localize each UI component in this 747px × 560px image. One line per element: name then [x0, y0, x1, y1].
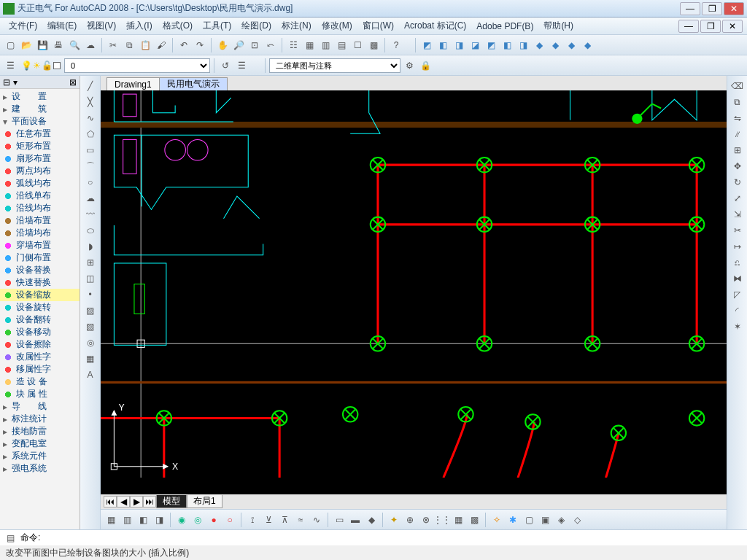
- menu-pdf[interactable]: Adobe PDF(B): [472, 20, 538, 33]
- tree-item[interactable]: 造 设 备: [0, 376, 80, 388]
- bt5-icon[interactable]: ◉: [174, 513, 189, 527]
- menu-insert[interactable]: 插入(I): [122, 18, 156, 34]
- view-sw-icon[interactable]: ◆: [532, 38, 546, 52]
- tree-item[interactable]: 门侧布置: [0, 252, 80, 264]
- layer-on-icon[interactable]: 💡: [21, 61, 32, 71]
- tree-item[interactable]: 快速替换: [0, 276, 80, 289]
- model-tab[interactable]: 模型: [156, 495, 187, 508]
- tree-category[interactable]: ▸设 置: [0, 90, 80, 103]
- view-se-icon[interactable]: ◆: [548, 38, 562, 52]
- tree-category[interactable]: ▸导 线: [0, 400, 80, 413]
- bt13-icon[interactable]: ∿: [309, 513, 324, 527]
- bt28-icon[interactable]: ◇: [570, 513, 584, 527]
- tree-item[interactable]: 设备翻转: [0, 314, 80, 326]
- layer-prev-icon[interactable]: ↺: [218, 58, 233, 73]
- tree-item[interactable]: 沿线均布: [0, 202, 80, 214]
- tree-category[interactable]: ▸强电系统: [0, 462, 80, 475]
- zoom-prev-icon[interactable]: ⤺: [263, 38, 278, 52]
- menu-help[interactable]: 帮助(H): [539, 18, 578, 34]
- panel-collapse-icon[interactable]: ⊟: [3, 77, 10, 88]
- menu-acrobat[interactable]: Acrobat 标记(C): [400, 18, 471, 34]
- view-ne-icon[interactable]: ◆: [564, 38, 578, 52]
- hatch-icon[interactable]: ▨: [82, 303, 98, 318]
- pline-icon[interactable]: ∿: [82, 111, 98, 125]
- pan-icon[interactable]: ✋: [215, 38, 230, 52]
- tree-item[interactable]: 设备缩放: [0, 289, 80, 301]
- view-nw-icon[interactable]: ◆: [580, 38, 595, 52]
- bt21-icon[interactable]: ▦: [451, 513, 465, 527]
- bt22-icon[interactable]: ▩: [467, 513, 481, 527]
- props-icon[interactable]: ☷: [286, 38, 301, 52]
- view-box-icon[interactable]: ◩: [419, 38, 434, 52]
- save-icon[interactable]: 💾: [35, 38, 50, 52]
- trim-icon[interactable]: ✂: [730, 223, 745, 238]
- erase-icon[interactable]: ⌫: [730, 79, 745, 93]
- fillet-icon[interactable]: ◜: [730, 303, 745, 318]
- tab-prev-icon[interactable]: ◀: [117, 496, 130, 508]
- rect-icon[interactable]: ▭: [82, 143, 98, 158]
- menu-dim[interactable]: 标注(N): [277, 18, 316, 34]
- tree-item[interactable]: 改属性字: [0, 351, 80, 363]
- tree-category[interactable]: ▸接地防雷: [0, 425, 80, 438]
- bt2-icon[interactable]: ▥: [120, 513, 134, 527]
- bt24-icon[interactable]: ✱: [506, 513, 520, 527]
- gradient-icon[interactable]: ▧: [82, 319, 98, 334]
- close-button[interactable]: ✕: [724, 2, 744, 15]
- doc-tab-drawing1[interactable]: Drawing1: [107, 77, 160, 90]
- menu-file[interactable]: 文件(F): [4, 18, 42, 34]
- tree-item[interactable]: 两点均布: [0, 165, 80, 177]
- bt17-icon[interactable]: ✦: [387, 513, 401, 527]
- zoom-win-icon[interactable]: ⊡: [247, 38, 262, 52]
- preview-icon[interactable]: 🔍: [67, 38, 82, 52]
- ssm-icon[interactable]: ▤: [334, 38, 349, 52]
- tree-item[interactable]: 任意布置: [0, 128, 80, 140]
- bt18-icon[interactable]: ⊕: [403, 513, 417, 527]
- doc-close-button[interactable]: ✕: [722, 20, 743, 33]
- bt9-icon[interactable]: ⟟: [245, 513, 260, 527]
- xline-icon[interactable]: ╳: [82, 95, 98, 109]
- line-icon[interactable]: ╱: [82, 79, 98, 93]
- paste-icon[interactable]: 📋: [138, 38, 152, 52]
- explode-icon[interactable]: ✶: [730, 319, 745, 334]
- open-icon[interactable]: 📂: [19, 38, 34, 52]
- tree-item[interactable]: 设备移动: [0, 326, 80, 338]
- view-front-icon[interactable]: ◧: [500, 38, 514, 52]
- markup-icon[interactable]: ☐: [350, 38, 365, 52]
- bt7-icon[interactable]: ●: [206, 513, 221, 527]
- minimize-button[interactable]: —: [680, 2, 700, 15]
- ws-lock-icon[interactable]: 🔒: [418, 58, 433, 73]
- tree-item[interactable]: 扇形布置: [0, 152, 80, 165]
- mtext-icon[interactable]: A: [82, 368, 98, 382]
- tree-item[interactable]: 沿墙布置: [0, 214, 80, 227]
- redo-icon[interactable]: ↷: [193, 38, 207, 52]
- ellipse-icon[interactable]: ⬭: [82, 223, 98, 238]
- tp-icon[interactable]: ▥: [318, 38, 333, 52]
- workspace-select[interactable]: 二维草图与注释: [269, 58, 400, 73]
- doc-minimize-button[interactable]: —: [678, 20, 699, 33]
- tree-item[interactable]: 穿墙布置: [0, 239, 80, 252]
- help-icon[interactable]: ?: [389, 38, 403, 52]
- chamfer-icon[interactable]: ◸: [730, 287, 745, 302]
- doc-restore-button[interactable]: ❐: [700, 20, 721, 33]
- tree-item[interactable]: 设备旋转: [0, 301, 80, 314]
- bt15-icon[interactable]: ▬: [348, 513, 363, 527]
- panel-close-icon[interactable]: ⊠: [69, 77, 77, 88]
- layer-freeze-icon[interactable]: ☀: [33, 61, 41, 71]
- tab-next-icon[interactable]: ▶: [130, 496, 143, 508]
- block-icon[interactable]: ◫: [82, 271, 98, 286]
- move-icon[interactable]: ✥: [730, 159, 745, 174]
- tree-item[interactable]: 沿线单布: [0, 190, 80, 202]
- match-icon[interactable]: 🖌: [154, 38, 169, 52]
- circle-icon[interactable]: ○: [82, 175, 98, 190]
- publish-icon[interactable]: ☁: [83, 38, 98, 52]
- rotate-icon[interactable]: ↻: [730, 175, 745, 190]
- menu-format[interactable]: 格式(O): [158, 18, 197, 34]
- tree-item[interactable]: 设备擦除: [0, 338, 80, 351]
- view-left-icon[interactable]: ◪: [468, 38, 482, 52]
- tree-category[interactable]: ▸变配电室: [0, 438, 80, 450]
- doc-tab-active[interactable]: 民用电气演示: [159, 77, 228, 90]
- tab-last-icon[interactable]: ⏭: [143, 496, 156, 508]
- tree-item[interactable]: 弧线均布: [0, 177, 80, 190]
- layer-select[interactable]: 0: [64, 58, 210, 73]
- layer-states-icon[interactable]: ☰: [234, 58, 249, 73]
